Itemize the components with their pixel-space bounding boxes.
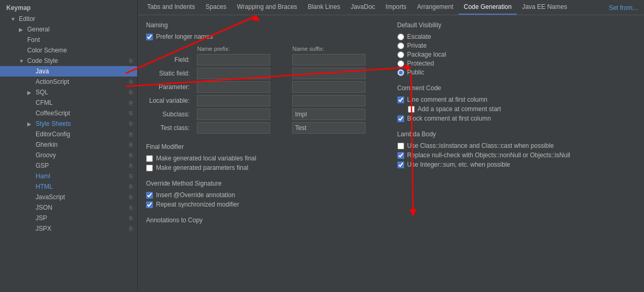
annotations-title: Annotations to Copy xyxy=(146,217,385,224)
replace-null-check-label: Replace null-check with Objects::nonNull… xyxy=(407,152,570,159)
local-vars-final-checkbox[interactable] xyxy=(146,155,153,162)
static-field-prefix-input[interactable] xyxy=(197,68,270,79)
tab-code-generation[interactable]: Code Generation xyxy=(459,0,517,15)
copy-icon6: ⎘ xyxy=(129,110,133,116)
block-comment-checkbox[interactable] xyxy=(397,115,404,122)
sidebar-item-color-scheme[interactable]: Color Scheme xyxy=(0,45,137,56)
parameter-row: Parameter: xyxy=(146,80,385,94)
local-var-suffix-input[interactable] xyxy=(292,95,365,106)
sidebar-item-editor[interactable]: ▼ Editor xyxy=(0,14,137,24)
main-content: Tabs and Indents Spaces Wrapping and Bra… xyxy=(138,0,644,292)
block-comment-row: Block comment at first column xyxy=(397,115,636,122)
field-suffix-input[interactable] xyxy=(292,54,365,66)
parameter-suffix-input[interactable] xyxy=(292,81,365,93)
copy-icon: ⎘ xyxy=(129,58,133,64)
tab-bar: Tabs and Indents Spaces Wrapping and Bra… xyxy=(138,0,644,15)
repeat-synchronized-row: Repeat synchronized modifier xyxy=(146,201,385,208)
local-vars-final-row: Make generated local variables final xyxy=(146,155,385,162)
use-integer-sum-checkbox[interactable] xyxy=(397,161,404,168)
protected-row: Protected xyxy=(397,60,636,67)
tab-javadoc[interactable]: JavaDoc xyxy=(346,0,381,15)
sidebar-item-general[interactable]: ▶ General xyxy=(0,24,137,35)
sidebar-item-actionscript[interactable]: ActionScript ⎘ xyxy=(0,77,137,87)
public-radio[interactable] xyxy=(397,69,404,76)
line-comment-checkbox[interactable] xyxy=(397,96,404,103)
keymap-header: Keymap xyxy=(0,2,137,14)
tab-wrapping-and-braces[interactable]: Wrapping and Braces xyxy=(231,0,302,15)
insert-override-row: Insert @Override annotation xyxy=(146,191,385,199)
sidebar-item-style-sheets[interactable]: ▶ Style Sheets ⎘ xyxy=(0,118,137,129)
arrow-right-icon: ▶ xyxy=(19,27,25,33)
private-row: Private xyxy=(397,42,636,49)
prefer-longer-label: Prefer longer names xyxy=(156,33,213,40)
tab-arrangement[interactable]: Arrangement xyxy=(412,0,458,15)
prefer-longer-checkbox[interactable] xyxy=(146,34,153,40)
static-field-suffix-input[interactable] xyxy=(292,68,365,79)
tab-imports[interactable]: Imports xyxy=(380,0,412,15)
set-from-link[interactable]: Set from... xyxy=(607,1,640,15)
public-row: Public xyxy=(397,69,636,76)
protected-label: Protected xyxy=(407,60,434,67)
escalate-row: Escalate xyxy=(397,33,636,40)
insert-override-checkbox[interactable] xyxy=(146,192,153,199)
parameter-label: Parameter: xyxy=(146,80,194,94)
protected-radio[interactable] xyxy=(397,60,404,67)
local-var-prefix-input[interactable] xyxy=(197,95,270,106)
field-row: Field: xyxy=(146,53,385,67)
naming-title: Naming xyxy=(146,21,385,29)
replace-null-check-checkbox[interactable] xyxy=(397,152,404,159)
copy-icon4: ⎘ xyxy=(129,89,133,95)
copy-icon8: ⎘ xyxy=(129,131,133,137)
use-class-isinstance-checkbox[interactable] xyxy=(397,143,404,149)
params-final-checkbox[interactable] xyxy=(146,165,153,171)
sidebar-item-sql[interactable]: ▶ SQL ⎘ xyxy=(0,87,137,98)
field-prefix-input[interactable] xyxy=(197,54,270,66)
subclass-suffix-input[interactable] xyxy=(292,109,365,120)
local-vars-final-label: Make generated local variables final xyxy=(156,155,256,162)
sidebar-item-java[interactable]: Java ⎘ xyxy=(0,66,137,77)
escalate-radio[interactable] xyxy=(397,34,404,40)
sidebar-item-font[interactable]: Font xyxy=(0,35,137,45)
tab-spaces[interactable]: Spaces xyxy=(200,0,231,15)
sidebar-item-code-style[interactable]: ▼ Code Style ⎘ xyxy=(0,56,137,66)
lambda-body-section: Lambda Body Use Class::isInstance and Cl… xyxy=(397,131,636,168)
override-method-title: Override Method Signature xyxy=(146,180,385,187)
settings-window: Keymap ▼ Editor ▶ General Font Color Sch… xyxy=(0,0,644,292)
sidebar-item-gsp[interactable]: GSP ⎘ xyxy=(0,160,137,171)
sidebar-item-editorconfig[interactable]: EditorConfig ⎘ xyxy=(0,129,137,139)
sidebar-item-jsp[interactable]: JSP ⎘ xyxy=(0,213,137,223)
add-space-checkbox[interactable] xyxy=(408,106,415,113)
test-class-suffix-input[interactable] xyxy=(292,122,365,134)
sidebar-item-haml[interactable]: Haml ⎘ xyxy=(0,171,137,181)
sidebar-item-json[interactable]: JSON ⎘ xyxy=(0,202,137,213)
arrow-right-icon3: ▶ xyxy=(27,121,34,127)
params-final-label: Make generated parameters final xyxy=(156,164,248,171)
sidebar-item-coffeescript[interactable]: CoffeeScript ⎘ xyxy=(0,108,137,118)
final-modifier-section: Final Modifier Make generated local vari… xyxy=(146,143,385,171)
sidebar-item-gherkin[interactable]: Gherkin ⎘ xyxy=(0,139,137,150)
sidebar-item-html[interactable]: HTML ⎘ xyxy=(0,181,137,192)
arrow-down-icon: ▼ xyxy=(10,16,17,22)
subclass-label: Subclass: xyxy=(146,107,194,121)
comment-code-section: Comment Code Line comment at first colum… xyxy=(397,84,636,122)
tab-blank-lines[interactable]: Blank Lines xyxy=(303,0,346,15)
tab-tabs-and-indents[interactable]: Tabs and Indents xyxy=(142,0,200,15)
repeat-synchronized-label: Repeat synchronized modifier xyxy=(156,201,239,208)
tab-java-ee-names[interactable]: Java EE Names xyxy=(517,0,572,15)
package-local-row: Package local xyxy=(397,51,636,58)
parameter-prefix-input[interactable] xyxy=(197,81,270,93)
arrow-right-icon2: ▶ xyxy=(27,90,34,95)
sidebar-item-jspx[interactable]: JSPX ⎘ xyxy=(0,223,137,234)
final-modifier-title: Final Modifier xyxy=(146,143,385,150)
subclass-prefix-input[interactable] xyxy=(197,109,270,120)
package-local-radio[interactable] xyxy=(397,51,404,58)
repeat-synchronized-checkbox[interactable] xyxy=(146,201,153,208)
sidebar-item-javascript[interactable]: JavaScript ⎘ xyxy=(0,192,137,202)
use-integer-sum-label: Use Integer::sum, etc. when possible xyxy=(407,161,510,168)
sidebar-item-cfml[interactable]: CFML ⎘ xyxy=(0,98,137,108)
sidebar-item-groovy[interactable]: Groovy ⎘ xyxy=(0,150,137,160)
block-comment-label: Block comment at first column xyxy=(407,115,491,122)
private-radio[interactable] xyxy=(397,42,404,49)
override-method-section: Override Method Signature Insert @Overri… xyxy=(146,180,385,208)
test-class-prefix-input[interactable] xyxy=(197,122,270,134)
